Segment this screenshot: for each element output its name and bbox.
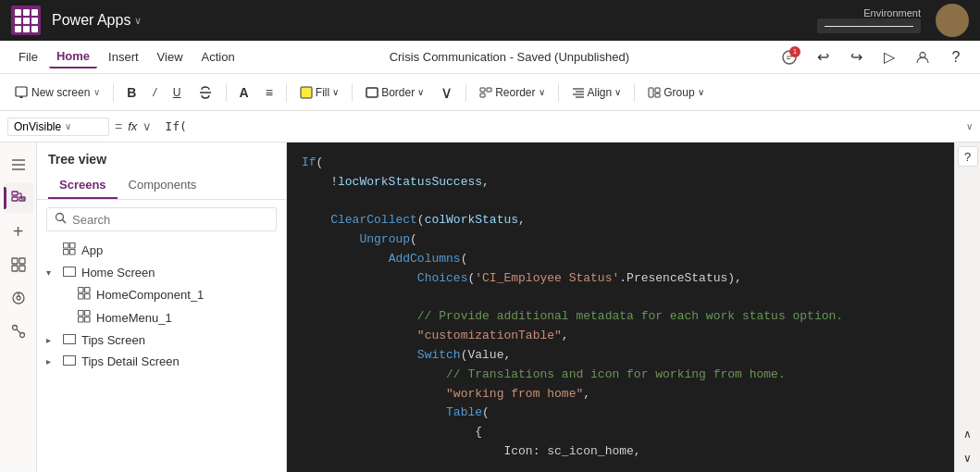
env-label: Environment bbox=[863, 7, 921, 19]
reorder-button[interactable]: Reorder ∨ bbox=[472, 82, 552, 103]
formula-dropdown[interactable]: OnVisible ∨ bbox=[7, 118, 109, 136]
code-editor[interactable]: If( !locWorkStatusSuccess, ClearCollect(… bbox=[287, 143, 954, 472]
align-right-button[interactable]: Align ∨ bbox=[564, 82, 629, 103]
align-button[interactable]: ≡ bbox=[258, 81, 280, 104]
reorder-chevron[interactable]: ∨ bbox=[539, 87, 545, 97]
strikethrough-button[interactable] bbox=[191, 82, 220, 103]
code-line-9: // Provide additional metadata for each … bbox=[302, 307, 939, 327]
help-icon[interactable]: ? bbox=[943, 44, 969, 70]
fill-button[interactable]: Fill ∨ bbox=[292, 82, 346, 103]
align-right-chevron[interactable]: ∨ bbox=[614, 87, 621, 97]
font-size-button[interactable]: A bbox=[232, 81, 256, 104]
user-icon[interactable] bbox=[910, 44, 936, 70]
code-line-16: Icon: sc_icon_home, bbox=[302, 442, 939, 462]
bold-button[interactable]: B bbox=[119, 81, 143, 104]
menu-file[interactable]: File bbox=[11, 46, 45, 68]
svg-point-34 bbox=[12, 326, 17, 330]
group-chevron[interactable]: ∨ bbox=[698, 87, 704, 97]
tree-item-app[interactable]: App bbox=[37, 239, 286, 262]
fill-chevron[interactable]: ∨ bbox=[332, 87, 339, 97]
tree-item-home-component-1[interactable]: HomeComponent_1 bbox=[37, 283, 286, 306]
underline-button[interactable]: U bbox=[166, 82, 189, 103]
formula-fx: fx bbox=[128, 119, 137, 133]
tree-items: App ▾ Home Screen HomeComponent_1 bbox=[37, 239, 286, 472]
tips-screen-icon bbox=[63, 333, 76, 347]
main-layout: + Tree view Screens Components bbox=[0, 143, 980, 472]
code-line-14: Table( bbox=[302, 404, 939, 423]
environment-section: Environment ———————— bbox=[817, 7, 921, 33]
comment-icon[interactable]: 1 bbox=[776, 44, 802, 70]
menu-home[interactable]: Home bbox=[49, 45, 97, 68]
avatar[interactable] bbox=[936, 4, 969, 37]
border-chevron[interactable]: ∨ bbox=[417, 87, 424, 97]
tips-detail-chevron: ▸ bbox=[46, 356, 57, 366]
tree-view-icon[interactable] bbox=[4, 183, 33, 213]
tree-item-tips-screen[interactable]: ▸ Tips Screen bbox=[37, 329, 286, 351]
new-screen-button[interactable]: New screen ∨ bbox=[7, 82, 107, 103]
new-screen-label: New screen bbox=[31, 86, 90, 99]
svg-rect-22 bbox=[12, 197, 18, 201]
tips-screen-chevron: ▸ bbox=[46, 335, 57, 345]
toolbar-sep-2 bbox=[226, 83, 227, 102]
scroll-up-icon[interactable]: ∧ bbox=[958, 424, 978, 444]
tips-screen-label: Tips Screen bbox=[81, 333, 277, 347]
border-button[interactable]: Border ∨ bbox=[358, 82, 431, 103]
help-icon[interactable]: ? bbox=[958, 146, 978, 167]
svg-rect-30 bbox=[19, 266, 25, 271]
svg-rect-50 bbox=[79, 317, 84, 323]
svg-rect-28 bbox=[19, 258, 25, 264]
tree-search-box[interactable] bbox=[46, 207, 277, 231]
tree-item-tips-detail-screen[interactable]: ▸ Tips Detail Screen bbox=[37, 351, 286, 372]
svg-rect-53 bbox=[64, 356, 76, 366]
svg-rect-48 bbox=[79, 311, 84, 317]
connector-icon[interactable] bbox=[4, 317, 33, 346]
tree-item-home-menu-1[interactable]: HomeMenu_1 bbox=[37, 306, 286, 329]
group-label: Group bbox=[664, 86, 694, 99]
tree-item-home-screen[interactable]: ▾ Home Screen bbox=[37, 262, 286, 283]
svg-rect-44 bbox=[79, 288, 84, 293]
formula-expand-chevron[interactable]: ∨ bbox=[966, 121, 973, 131]
waffle-icon[interactable] bbox=[11, 6, 41, 35]
data-icon[interactable] bbox=[4, 250, 33, 279]
code-line-4: ClearCollect(colWorkStatus, bbox=[302, 211, 939, 230]
app-chevron[interactable]: ∨ bbox=[134, 15, 142, 27]
add-icon[interactable]: + bbox=[4, 217, 33, 246]
svg-rect-45 bbox=[85, 288, 91, 293]
align-right-label: Align bbox=[588, 86, 613, 99]
svg-point-32 bbox=[17, 296, 20, 300]
formula-fx-chevron[interactable]: ∨ bbox=[143, 119, 152, 133]
media-icon[interactable] bbox=[4, 283, 33, 313]
redo-icon[interactable]: ↪ bbox=[843, 44, 869, 70]
group-button[interactable]: Group ∨ bbox=[640, 82, 711, 103]
undo-icon[interactable]: ↩ bbox=[810, 44, 836, 70]
code-line-1: If( bbox=[302, 154, 939, 173]
code-line-15: { bbox=[302, 423, 939, 442]
env-value: ———————— bbox=[817, 19, 921, 33]
italic-button[interactable]: / bbox=[145, 82, 163, 103]
run-icon[interactable]: ▷ bbox=[876, 44, 902, 70]
tab-screens[interactable]: Screens bbox=[48, 172, 118, 199]
tab-components[interactable]: Components bbox=[118, 172, 208, 199]
menu-action[interactable]: Action bbox=[194, 46, 242, 68]
new-screen-chevron[interactable]: ∨ bbox=[93, 87, 100, 97]
menu-view[interactable]: View bbox=[150, 46, 191, 68]
app-label: App bbox=[81, 243, 277, 257]
hamburger-icon[interactable] bbox=[4, 150, 33, 180]
search-input[interactable] bbox=[72, 213, 268, 227]
svg-rect-46 bbox=[79, 294, 84, 300]
reorder-label: Reorder bbox=[495, 86, 535, 99]
svg-rect-52 bbox=[64, 335, 76, 344]
svg-line-38 bbox=[63, 220, 67, 224]
scroll-down-icon[interactable]: ∨ bbox=[958, 448, 978, 468]
tree-view-title: Tree view bbox=[37, 143, 286, 172]
home-menu-1-icon bbox=[78, 310, 91, 326]
svg-rect-17 bbox=[655, 93, 660, 97]
svg-rect-51 bbox=[85, 317, 91, 323]
formula-input[interactable]: If( bbox=[161, 118, 961, 135]
dropdown-chevron[interactable]: ∨ bbox=[433, 79, 460, 106]
toolbar-sep-1 bbox=[113, 83, 114, 102]
menu-insert[interactable]: Insert bbox=[101, 46, 146, 68]
home-screen-label: Home Screen bbox=[81, 266, 277, 279]
home-component-1-icon bbox=[78, 287, 91, 303]
toolbar-sep-7 bbox=[634, 83, 635, 102]
